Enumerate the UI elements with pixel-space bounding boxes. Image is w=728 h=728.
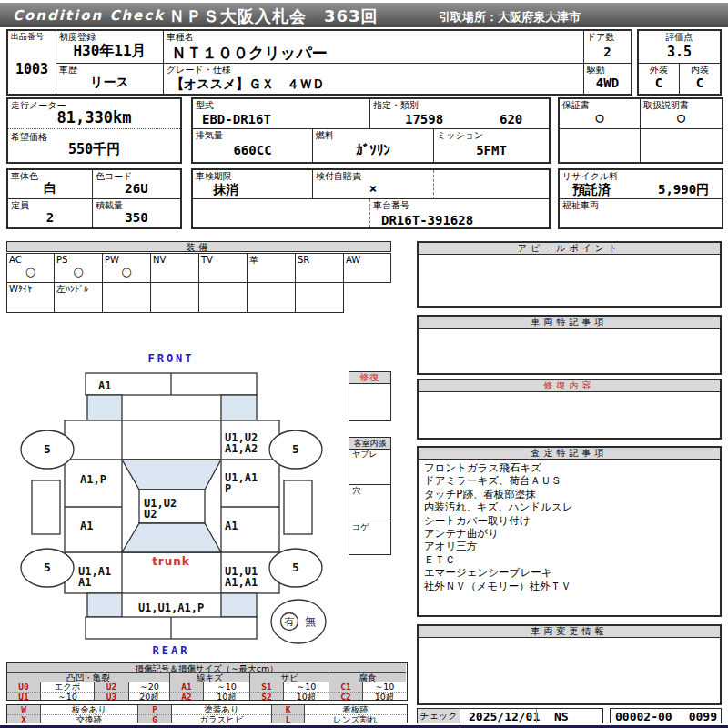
doors-value: 2 <box>584 40 631 63</box>
inspection-value: 抹消 <box>213 182 238 198</box>
check-code-box: 00002-00 0099 <box>610 708 722 723</box>
repair-flag-box: 修復 <box>349 371 391 421</box>
legend-code: U1 <box>7 692 40 700</box>
body-color-cell: 車体色 白 <box>8 170 93 199</box>
quarter-left-damage: A1 <box>80 520 93 532</box>
check-code1: 00002-00 <box>615 710 672 723</box>
legend-code: S1 <box>249 682 283 692</box>
price-value: 550千円 <box>8 139 180 159</box>
assessment-notes-title: 査定特記事項 <box>419 448 720 460</box>
wheel-front-left: 5 <box>44 442 51 456</box>
insurance-cell: 検付自賠責 × <box>313 170 434 199</box>
fuel-value: ｶﾞｿﾘﾝ <box>313 138 433 162</box>
legend-desc: 10超 <box>283 692 329 700</box>
cabin-interior-box: 客室内張 ヤブレ 穴 コゲ <box>349 437 391 555</box>
model-code-label: 型式 <box>196 100 214 110</box>
legend-group-scratch: 線キズ <box>169 673 249 682</box>
class-cell: 指定・類別 17598 620 <box>370 99 549 129</box>
capacity-cell: 定員 2 <box>8 199 93 228</box>
capacity-value: 2 <box>8 207 92 228</box>
score-cell: 評価点 3.5 <box>639 31 720 64</box>
legend-desc: ～10 <box>283 682 329 692</box>
model-code-box: 型式 EBD-DR16T 指定・類別 17598 620 排気量 660CC 燃… <box>191 97 551 164</box>
legend-group-corrosion: 腐食 <box>329 673 406 682</box>
equip-nv-label: NV <box>153 255 166 265</box>
recycle-label: リサイクル料 <box>562 171 618 181</box>
odometer-price-box: 走行メーター 81,330km 希望価格 550千円 <box>6 97 182 164</box>
first-registration-cell: 初度登録 H30年11月 <box>56 31 164 64</box>
front-label: FRONT <box>147 352 194 365</box>
legend-desc: 看板跡 <box>304 705 406 714</box>
inspection-chassis-box: 車検期限 抹消 検付自賠責 × 車台番号 DR16T-391628 <box>191 168 551 229</box>
assessment-line: タッチP跡、看板部塗抹 <box>424 488 718 500</box>
door-left-damage: A1,P <box>80 473 106 486</box>
legend-desc: エクボ <box>40 682 94 692</box>
wheel-rear-right: 5 <box>292 561 299 574</box>
repair-flag-title: 修復 <box>349 372 390 384</box>
auction-title: ＮＰＳ大阪入札会 363回 <box>168 5 379 27</box>
wheel-front-right: 5 <box>292 442 299 456</box>
change-info-section: 車両変更情報 <box>417 624 722 705</box>
equip-aw-label: AW <box>346 255 360 265</box>
odometer-value: 81,330km <box>8 107 180 127</box>
class-label: 指定・類別 <box>373 100 419 110</box>
manual-cell: 取扱説明書 ○ <box>641 99 722 129</box>
class-no2-value: 620 <box>500 112 522 126</box>
model-name-value: ＮＴ１００クリッパー <box>171 43 328 64</box>
assessment-line: エマージェンシーブレーキ <box>424 566 718 579</box>
legend-desc: 20超 <box>128 692 169 700</box>
history-value: リース <box>56 72 163 94</box>
legend-code: K <box>271 705 304 714</box>
manual-mark: ○ <box>641 106 722 128</box>
legend-code: U2 <box>94 682 128 692</box>
check-label: チェック <box>418 709 460 723</box>
legend-desc: ～10 <box>203 682 249 692</box>
model-name-label: 車種名 <box>167 32 194 42</box>
spare-no-mark: 無 <box>305 615 316 628</box>
body-color-value: 白 <box>8 178 92 198</box>
legend-group-dent: 凸凹・亀裂 <box>7 673 169 682</box>
wheel-rear-left: 5 <box>44 561 51 574</box>
exterior-value: C <box>639 72 679 94</box>
trunk-label: trunk <box>152 555 190 568</box>
doors-cell: ドア数 2 <box>584 31 631 64</box>
bed-right-damage: A1,A1 <box>225 576 258 589</box>
lot-number-cell: 出品番号 1003 <box>8 31 56 94</box>
assessment-notes-section: 査定特記事項 フロントガラス飛石キズ ドアミラーキズ、荷台ＡＵＳ タッチP跡、看… <box>417 446 722 617</box>
lot-number-value: 1003 <box>8 44 56 94</box>
grade-label: グレード・仕様 <box>167 65 231 75</box>
pickup-location: 引取場所：大阪府泉大津市 <box>439 9 581 25</box>
equip-ac-mark: ○ <box>7 265 54 278</box>
legend-title: 損傷記号＆損傷サイズ（～最大cm） <box>7 663 406 673</box>
grade-cell: グレード・仕様 【オススメ】ＧＸ ４ＷＤ <box>164 64 584 94</box>
legend-code: A1 <box>169 682 203 692</box>
history-cell: 車歴 リース <box>56 64 164 94</box>
equipment-table: 装備 AC○ PS○ PW○ NV TV 革 SR AW Wﾀｲﾔ 左ﾊﾝﾄﾞﾙ <box>6 241 391 314</box>
interior-cell: 内装 C <box>680 64 720 94</box>
damage-legend-size-table: 損傷記号＆損傷サイズ（～最大cm） 凸凹・亀裂 線キズ サビ 腐食 U0 エクボ… <box>6 662 408 701</box>
vehicle-identity-table: 出品番号 1003 初度登録 H30年11月 車種名 ＮＴ１００クリッパー ドア… <box>6 29 632 96</box>
divider <box>8 128 180 129</box>
legend-code: C2 <box>329 692 362 700</box>
legend-code: L <box>271 714 304 723</box>
assessment-notes-body: フロントガラス飛石キズ ドアミラーキズ、荷台ＡＵＳ タッチP跡、看板部塗抹 内装… <box>424 461 718 592</box>
empty-cell <box>434 170 549 199</box>
warranty-cell: 保証書 ○ <box>560 99 641 129</box>
check-code2: 0099 <box>689 710 717 723</box>
damage-legend-mark-table: W 板金あり P 塗装あり K 看板跡 X 交換跡 G ガラスヒビ L レンズ割… <box>6 704 408 723</box>
empty-cell <box>193 199 370 228</box>
model-code-value: EBD-DR16T <box>202 112 271 126</box>
warranty-mark: ○ <box>560 106 640 128</box>
legend-code: U0 <box>7 682 40 692</box>
legend-desc: ガラスヒビ <box>171 714 271 723</box>
equip-pw-mark: ○ <box>103 265 150 278</box>
hood-damage: A1 <box>98 379 111 392</box>
roof-damage: U2 <box>144 508 157 521</box>
legend-desc: ～20 <box>128 682 169 692</box>
door-right-damage: P <box>225 482 231 495</box>
equipment-title: 装備 <box>6 241 391 252</box>
chassis-cell: 車台番号 DR16T-391628 <box>370 199 549 228</box>
inspection-cell: 車検期限 抹消 <box>193 170 313 199</box>
hole-label: 穴 <box>352 486 360 496</box>
exterior-cell: 外装 C <box>639 64 680 94</box>
